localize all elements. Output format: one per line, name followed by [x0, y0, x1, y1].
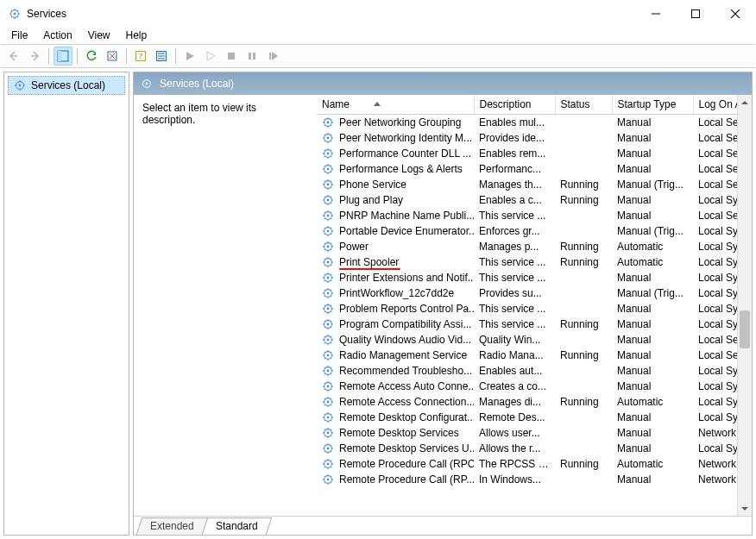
start-service-button[interactable] [180, 47, 199, 66]
svg-line-194 [331, 358, 331, 359]
content-area: Services (Local) Services (Local) Select… [1, 68, 755, 538]
table-row[interactable]: Remote Access Auto Conne...Creates a co.… [317, 379, 752, 394]
svg-line-256 [324, 451, 325, 452]
table-row[interactable]: PrintWorkflow_12c7dd2eProvides su...Manu… [317, 285, 752, 301]
table-row[interactable]: PNRP Machine Name Publi...This service .… [317, 208, 752, 223]
service-startup: Manual [612, 161, 693, 177]
table-row[interactable]: Remote Procedure Call (RPC)The RPCSS s..… [317, 456, 752, 472]
table-row[interactable]: Phone ServiceManages th...RunningManual … [317, 177, 752, 192]
service-status [555, 270, 612, 285]
service-startup: Manual [612, 317, 693, 332]
svg-line-163 [324, 305, 325, 306]
svg-line-104 [331, 218, 331, 219]
service-status: Running [555, 456, 612, 472]
table-row[interactable]: Print SpoolerThis service ...RunningAuto… [317, 254, 752, 270]
svg-line-214 [331, 389, 331, 390]
gear-icon [322, 349, 334, 361]
table-row[interactable]: Remote Desktop Configurat...Remote Des..… [317, 410, 752, 425]
service-status [555, 425, 612, 441]
tree-item-services-local[interactable]: Services (Local) [8, 76, 125, 95]
start-service-alt-button[interactable] [201, 47, 220, 66]
col-description[interactable]: Description [474, 95, 555, 115]
table-row[interactable]: Program Compatibility Assi...This servic… [317, 317, 752, 332]
svg-line-55 [331, 135, 331, 135]
services-grid[interactable]: Name Description Status Startup Type Log… [317, 95, 752, 516]
table-row[interactable]: Performance Logs & AlertsPerformanc...Ma… [317, 161, 752, 177]
table-row[interactable]: Remote Desktop Services U...Allows the r… [317, 441, 752, 456]
scroll-up-icon[interactable] [738, 95, 752, 110]
table-row[interactable]: Remote Access Connection...Manages di...… [317, 394, 752, 410]
svg-line-244 [331, 436, 331, 436]
toolbar-separator [77, 48, 78, 64]
svg-text:?: ? [139, 52, 142, 60]
menu-action[interactable]: Action [36, 28, 79, 43]
app-icon [8, 7, 22, 21]
table-row[interactable]: Peer Networking GroupingEnables mul...Ma… [317, 115, 752, 131]
vertical-scrollbar[interactable] [737, 95, 752, 516]
svg-point-228 [327, 417, 330, 419]
table-row[interactable]: Portable Device Enumerator...Enforces gr… [317, 223, 752, 239]
scroll-thumb[interactable] [740, 310, 750, 348]
svg-line-274 [331, 482, 331, 483]
restart-service-button[interactable] [263, 47, 282, 66]
service-status [555, 161, 612, 177]
col-startup[interactable]: Startup Type [612, 95, 693, 115]
svg-line-135 [331, 259, 331, 260]
svg-line-165 [331, 305, 331, 306]
props-button[interactable] [152, 47, 171, 66]
table-row[interactable]: PowerManages p...RunningAutomaticLocal S… [317, 239, 752, 254]
gear-icon [322, 256, 334, 268]
export-list-button[interactable] [103, 47, 122, 66]
close-button[interactable] [715, 1, 755, 27]
svg-line-45 [331, 119, 331, 120]
banner: Services (Local) [134, 72, 752, 95]
svg-line-105 [331, 212, 331, 213]
menu-file[interactable]: File [4, 28, 35, 43]
table-row[interactable]: Recommended Troublesho...Enables aut...M… [317, 363, 752, 379]
gear-icon [322, 116, 334, 128]
table-row[interactable]: Remote Desktop ServicesAllows user...Man… [317, 425, 752, 441]
back-button[interactable] [4, 47, 23, 66]
svg-line-96 [324, 203, 325, 204]
svg-line-53 [324, 135, 325, 135]
table-row[interactable]: Printer Extensions and Notif...This serv… [317, 270, 752, 285]
service-startup: Manual [612, 208, 693, 223]
table-row[interactable]: Performance Counter DLL ...Enables rem..… [317, 146, 752, 161]
minimize-button[interactable] [636, 1, 676, 27]
service-status [555, 441, 612, 456]
svg-point-36 [146, 83, 148, 85]
menu-help[interactable]: Help [119, 28, 154, 43]
tree-pane[interactable]: Services (Local) [3, 72, 129, 536]
table-row[interactable]: Quality Windows Audio Vid...Quality Win.… [317, 332, 752, 348]
svg-line-173 [324, 321, 325, 322]
maximize-button[interactable] [676, 1, 715, 27]
tab-standard[interactable]: Standard [201, 517, 271, 535]
show-hide-tree-button[interactable] [54, 47, 72, 66]
col-name[interactable]: Name [317, 95, 474, 115]
service-name: Portable Device Enumerator... [339, 225, 474, 237]
table-row[interactable]: Remote Procedure Call (RP...In Windows..… [317, 472, 752, 487]
refresh-button[interactable] [82, 47, 101, 66]
pause-service-button[interactable] [243, 47, 261, 66]
table-row[interactable]: Problem Reports Control Pa...This servic… [317, 301, 752, 317]
svg-point-148 [327, 292, 330, 295]
gear-icon [322, 396, 334, 408]
gear-icon [322, 210, 334, 222]
forward-button[interactable] [25, 47, 44, 66]
toolbar: ? [1, 44, 755, 68]
table-row[interactable]: Plug and PlayEnables a c...RunningManual… [317, 192, 752, 208]
svg-line-166 [324, 311, 325, 312]
help-button[interactable]: ? [131, 47, 150, 66]
service-startup: Manual [612, 301, 693, 317]
tab-extended[interactable]: Extended [136, 517, 208, 535]
service-description: Enables mul... [474, 115, 555, 131]
menu-view[interactable]: View [81, 28, 117, 43]
col-status[interactable]: Status [555, 95, 612, 115]
table-row[interactable]: Radio Management ServiceRadio Mana...Run… [317, 348, 752, 363]
service-description: This service ... [474, 317, 555, 332]
svg-line-153 [324, 290, 325, 291]
stop-service-button[interactable] [222, 47, 241, 66]
svg-rect-27 [253, 53, 255, 60]
table-row[interactable]: Peer Networking Identity M...Provides id… [317, 130, 752, 146]
scroll-down-icon[interactable] [738, 501, 752, 516]
